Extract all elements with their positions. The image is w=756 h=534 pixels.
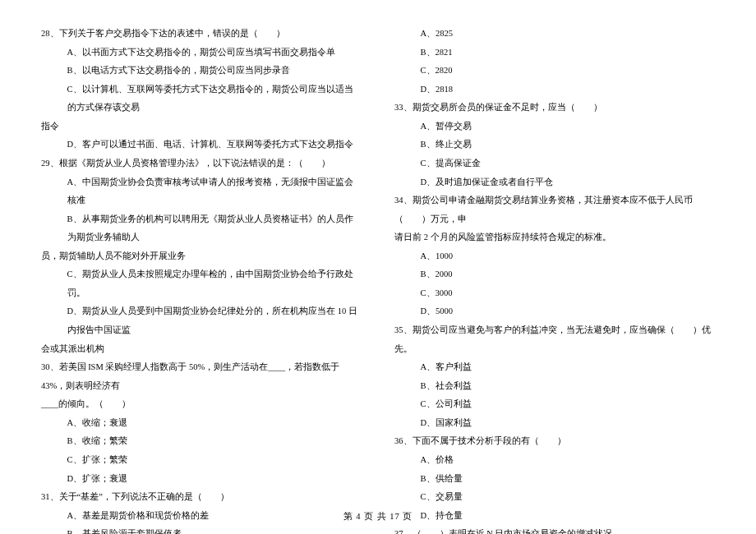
q29-stem: 29、根据《期货从业人员资格管理办法》，以下说法错误的是：（ ） bbox=[41, 154, 362, 173]
q33-b: B、终止交易 bbox=[394, 136, 715, 154]
q33-stem: 33、期货交易所会员的保证金不足时，应当（ ） bbox=[394, 99, 715, 117]
q28-c: C、以计算机、互联网等委托方式下达交易指令的，期货公司应当以适当的方式保存该交易 bbox=[41, 81, 362, 117]
q30-c: C、扩张；繁荣 bbox=[41, 451, 362, 470]
q30-a: A、收缩；衰退 bbox=[41, 414, 362, 433]
q29-a: A、中国期货业协会负责审核考试申请人的报考资格，无须报中国证监会核准 bbox=[41, 173, 362, 210]
q37-stem: 37、（ ）表明在近 N 日内市场交易资金的增减状况。 bbox=[394, 525, 715, 534]
q34-a: A、1000 bbox=[394, 247, 715, 266]
q35-c: C、公司利益 bbox=[394, 395, 715, 414]
left-column: 28、下列关于客户交易指令下达的表述中，错误的是（ ） A、以书面方式下达交易指… bbox=[41, 25, 362, 534]
q31-stem: 31、关于“基差”，下列说法不正确的是（ ） bbox=[41, 488, 362, 507]
q33-a: A、暂停交易 bbox=[394, 117, 715, 136]
q35-a: A、客户利益 bbox=[394, 358, 715, 377]
q34-b: B、2000 bbox=[394, 265, 715, 284]
q29-b-cont: 员，期货辅助人员不能对外开展业务 bbox=[41, 247, 362, 266]
q28-b: B、以电话方式下达交易指令的，期货公司应当同步录音 bbox=[41, 62, 362, 81]
q33-d: D、及时追加保证金或者自行平仓 bbox=[394, 173, 715, 192]
q34-c: C、3000 bbox=[394, 284, 715, 303]
q35-d: D、国家利益 bbox=[394, 414, 715, 433]
page-footer: 第 4 页 共 17 页 bbox=[0, 511, 756, 522]
q29-d-cont: 会或其派出机构 bbox=[41, 340, 362, 359]
q36-stem: 36、下面不属于技术分析手段的有（ ） bbox=[394, 432, 715, 451]
q32-b: B、2821 bbox=[394, 44, 715, 62]
q36-b: B、供给量 bbox=[394, 470, 715, 489]
right-column: A、2825 B、2821 C、2820 D、2818 33、期货交易所会员的保… bbox=[394, 25, 715, 534]
q36-c: C、交易量 bbox=[394, 488, 715, 507]
q32-d: D、2818 bbox=[394, 81, 715, 99]
q30-stem2: ____的倾向。（ ） bbox=[41, 395, 362, 414]
q28-d: D、客户可以通过书面、电话、计算机、互联网等委托方式下达交易指令 bbox=[41, 136, 362, 154]
q30-stem: 30、若美国 ISM 采购经理人指数高于 50%，则生产活动在____，若指数低… bbox=[41, 358, 362, 395]
q35-stem: 35、期货公司应当避免与客户的利益冲突，当无法避免时，应当确保（ ）优先。 bbox=[394, 321, 715, 358]
q30-b: B、收缩；繁荣 bbox=[41, 432, 362, 451]
q29-c: C、期货从业人员未按照规定办理年检的，由中国期货业协会给予行政处罚。 bbox=[41, 265, 362, 302]
q31-b: B、基差风险源于套期保值者 bbox=[41, 525, 362, 534]
q36-a: A、价格 bbox=[394, 451, 715, 470]
q32-c: C、2820 bbox=[394, 62, 715, 81]
q32-a: A、2825 bbox=[394, 25, 715, 44]
q29-b: B、从事期货业务的机构可以聘用无《期货从业人员资格证书》的人员作为期货业务辅助人 bbox=[41, 210, 362, 247]
q35-b: B、社会利益 bbox=[394, 377, 715, 396]
q28-stem: 28、下列关于客户交易指令下达的表述中，错误的是（ ） bbox=[41, 25, 362, 44]
q28-c-cont: 指令 bbox=[41, 117, 362, 136]
q33-c: C、提高保证金 bbox=[394, 154, 715, 173]
q34-d: D、5000 bbox=[394, 302, 715, 321]
q28-a: A、以书面方式下达交易指令的，期货公司应当填写书面交易指令单 bbox=[41, 44, 362, 62]
q30-d: D、扩张；衰退 bbox=[41, 470, 362, 489]
q34-stem: 34、期货公司申请金融期货交易结算业务资格，其注册资本应不低于人民币（ ）万元，… bbox=[394, 191, 715, 228]
q29-d: D、期货从业人员受到中国期货业协会纪律处分的，所在机构应当在 10 日内报告中国… bbox=[41, 302, 362, 339]
q34-stem2: 请日前 2 个月的风险监管指标应持续符合规定的标准。 bbox=[394, 228, 715, 247]
